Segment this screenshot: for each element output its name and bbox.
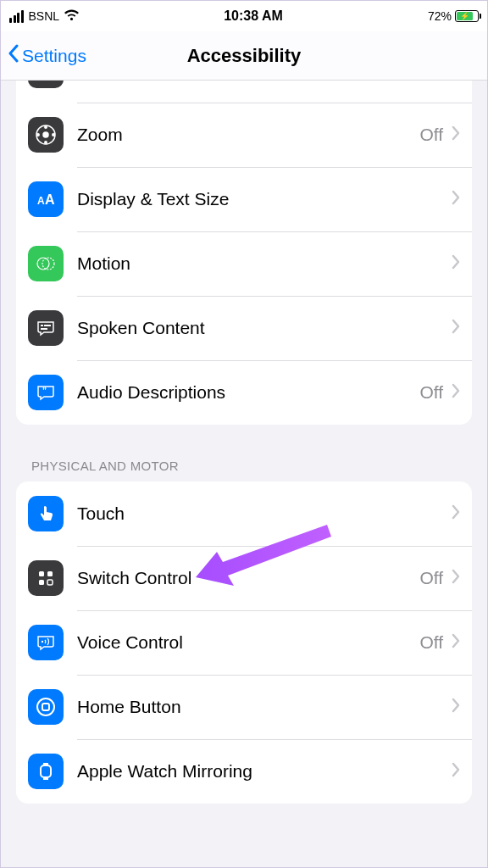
row-label: Switch Control <box>77 568 419 588</box>
row-label: Audio Descriptions <box>77 382 419 403</box>
svg-rect-22 <box>42 704 49 710</box>
svg-rect-19 <box>47 580 53 585</box>
row-label: Home Button <box>77 697 452 717</box>
audio-descriptions-icon: ” <box>28 375 64 410</box>
svg-text:A: A <box>45 192 55 207</box>
row-label: Voice Control <box>77 632 419 653</box>
row-voiceover[interactable]: VoiceOver Off <box>16 81 472 103</box>
row-value: Off <box>419 125 443 145</box>
voice-control-icon <box>28 625 64 660</box>
chevron-right-icon <box>452 383 460 402</box>
row-home-button[interactable]: Home Button <box>16 675 472 739</box>
chevron-right-icon <box>452 125 460 144</box>
motion-icon <box>28 246 64 281</box>
chevron-left-icon <box>8 44 19 67</box>
chevron-right-icon <box>452 190 460 209</box>
row-label: Apple Watch Mirroring <box>77 761 452 782</box>
battery-icon: ⚡ <box>455 10 479 22</box>
svg-point-20 <box>42 641 43 643</box>
svg-rect-13 <box>44 325 51 326</box>
svg-rect-18 <box>39 580 44 585</box>
back-button[interactable]: Settings <box>8 44 86 67</box>
nav-bar: Settings Accessibility <box>1 31 487 81</box>
zoom-icon <box>28 117 64 153</box>
svg-rect-23 <box>41 765 51 777</box>
row-zoom[interactable]: Zoom Off <box>16 103 472 167</box>
chevron-right-icon <box>452 569 460 587</box>
chevron-right-icon <box>452 698 460 716</box>
back-label: Settings <box>22 46 86 66</box>
svg-point-6 <box>37 134 39 136</box>
svg-point-4 <box>45 126 47 128</box>
row-label: Zoom <box>77 125 419 145</box>
svg-rect-17 <box>47 571 53 576</box>
spoken-content-icon <box>28 310 64 346</box>
svg-rect-14 <box>41 328 47 330</box>
chevron-right-icon <box>452 633 460 652</box>
status-bar: BSNL 10:38 AM 72% ⚡ <box>1 1 487 31</box>
row-value: Off <box>419 632 443 653</box>
svg-point-7 <box>53 134 54 136</box>
battery-percent: 72% <box>428 9 452 23</box>
row-label: Touch <box>77 504 452 524</box>
section-vision: VoiceOver Off Zoom Off AA Display & Text… <box>16 81 472 425</box>
voiceover-icon <box>28 81 64 88</box>
svg-text:A: A <box>37 195 45 207</box>
svg-text:”: ” <box>42 387 47 396</box>
touch-icon <box>28 496 64 531</box>
chevron-right-icon <box>452 504 460 523</box>
signal-icon <box>9 10 24 23</box>
switch-control-icon <box>28 560 64 596</box>
chevron-right-icon <box>452 319 460 337</box>
svg-point-21 <box>37 698 54 715</box>
row-motion[interactable]: Motion <box>16 231 472 296</box>
svg-rect-16 <box>39 571 44 576</box>
svg-point-10 <box>37 258 49 270</box>
row-audio-descriptions[interactable]: ” Audio Descriptions Off <box>16 360 472 425</box>
row-voice-control[interactable]: Voice Control Off <box>16 610 472 675</box>
home-button-icon <box>28 689 64 725</box>
row-label: Motion <box>77 253 452 274</box>
row-display-text-size[interactable]: AA Display & Text Size <box>16 167 472 231</box>
svg-point-11 <box>42 258 54 270</box>
apple-watch-icon <box>28 754 64 789</box>
row-spoken-content[interactable]: Spoken Content <box>16 296 472 360</box>
chevron-right-icon <box>452 254 460 273</box>
row-switch-control[interactable]: Switch Control Off <box>16 546 472 610</box>
row-value: Off <box>419 382 443 403</box>
section-header-physical: PHYSICAL AND MOTOR <box>16 425 472 481</box>
row-touch[interactable]: Touch <box>16 481 472 546</box>
section-physical: Touch Switch Control Off Voice Control O… <box>16 481 472 804</box>
status-time: 10:38 AM <box>224 8 283 24</box>
svg-point-3 <box>43 132 48 137</box>
wifi-icon <box>64 9 79 23</box>
svg-rect-12 <box>41 325 43 326</box>
row-value: Off <box>419 568 443 588</box>
chevron-right-icon <box>452 762 460 781</box>
row-label: Spoken Content <box>77 318 452 338</box>
text-size-icon: AA <box>28 181 64 217</box>
row-apple-watch-mirroring[interactable]: Apple Watch Mirroring <box>16 739 472 804</box>
svg-point-5 <box>45 142 47 143</box>
row-label: Display & Text Size <box>77 189 452 209</box>
carrier-label: BSNL <box>29 9 60 23</box>
